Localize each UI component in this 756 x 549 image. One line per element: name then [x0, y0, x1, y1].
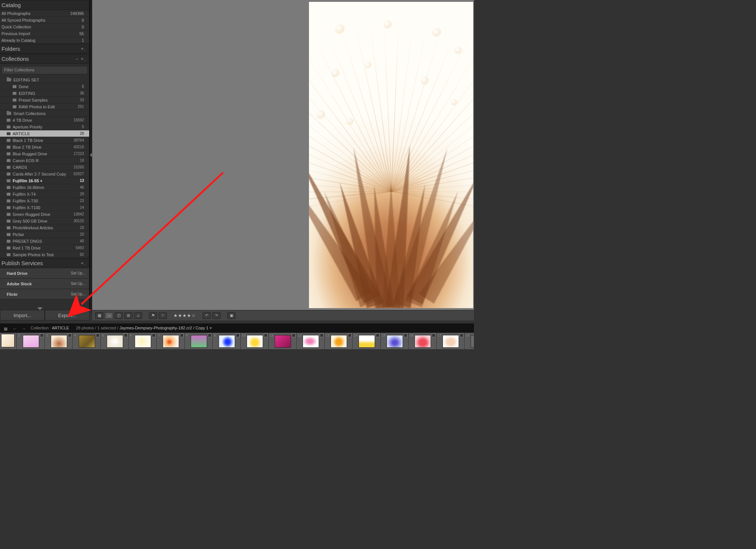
catalog-row[interactable]: All Photographs249395 [0, 10, 89, 17]
publish-header[interactable]: Publish Services +. [0, 258, 89, 268]
catalog-row[interactable]: Quick Collection0 [0, 24, 89, 30]
catalog-row[interactable]: All Synced Photographs0 [0, 17, 89, 24]
collections-header[interactable]: Collections − +. [0, 54, 89, 64]
collection-row[interactable]: EDITING36 [0, 90, 89, 97]
publish-setup-link[interactable]: Set Up... [71, 292, 85, 296]
catalog-header[interactable]: Catalog [0, 0, 89, 10]
collection-row[interactable]: ARTICLE28 [0, 130, 89, 137]
collection-row[interactable]: Fujifilm 16-55 +13 [0, 177, 89, 184]
filmstrip-thumb[interactable]: 2 [17, 333, 45, 349]
filmstrip-thumb[interactable]: 13 [325, 333, 353, 349]
filmstrip-thumb[interactable]: 10 [241, 333, 269, 349]
thumb-badge-icon [460, 334, 463, 337]
filmstrip-thumb[interactable] [0, 333, 17, 349]
collection-row[interactable]: Blue 2 TB Drive43216 [0, 144, 89, 151]
thumb-index: 9 [214, 334, 216, 337]
collection-row[interactable]: Canon EOS R18 [0, 157, 89, 164]
collection-row[interactable]: CARDS15260 [0, 164, 89, 171]
collection-count: 15260 [74, 165, 84, 169]
collection-count: 46 [80, 185, 84, 189]
filmstrip-thumb[interactable]: 4 [73, 333, 101, 349]
publish-service-row[interactable]: FlickrSet Up... [0, 289, 89, 300]
compare-view-button[interactable]: ◫ [115, 312, 123, 319]
collection-row[interactable]: Blue Rugged Drive17223 [0, 151, 89, 157]
filmstrip-thumb[interactable]: 14 [353, 333, 381, 349]
thumb-image [303, 335, 319, 348]
collection-set-row[interactable]: Smart Collections [0, 110, 89, 117]
filmstrip-thumb[interactable]: 17 [437, 333, 465, 349]
second-window-icon[interactable]: ▦ [4, 326, 9, 330]
collection-row[interactable]: Black 1 TB Drive38764 [0, 137, 89, 144]
people-view-button[interactable]: ☺ [134, 312, 142, 319]
publish-setup-link[interactable]: Set Up... [71, 271, 85, 275]
collection-label: Cards After 2-7 Second Copy [13, 172, 74, 176]
catalog-row[interactable]: Previous Import55 [0, 30, 89, 37]
filmstrip-thumb[interactable]: 6 [129, 333, 157, 349]
publish-setup-link[interactable]: Set Up... [71, 282, 85, 286]
collection-row[interactable]: Preset Samples33 [0, 97, 89, 103]
filmstrip-thumb[interactable]: 7 [157, 333, 185, 349]
collection-row[interactable]: Grey 500 GB Drive30125 [0, 218, 89, 224]
filmstrip-thumb[interactable]: 18 [465, 333, 474, 349]
filmstrip-thumb[interactable]: 11 [269, 333, 297, 349]
collection-row[interactable]: Picfair20 [0, 231, 89, 238]
collection-icon [7, 125, 10, 128]
rotate-cw-button[interactable]: ↷ [212, 312, 221, 319]
catalog-row[interactable]: Already In Catalog1 [0, 37, 89, 44]
collection-row[interactable]: Fujifilm 16-80mm46 [0, 184, 89, 191]
flag-reject-button[interactable]: ⚐ [159, 312, 167, 319]
filter-collections-input[interactable]: Filter Collections [1, 66, 88, 74]
nav-fwd-icon[interactable]: → [22, 326, 27, 330]
folders-header[interactable]: Folders +. [0, 44, 89, 54]
grid-view-button[interactable]: ▦ [95, 312, 103, 319]
source-crumb[interactable]: Collection : ARTICLE 28 photos / 1 selec… [31, 326, 470, 331]
catalog-row-count: 0 [82, 25, 84, 29]
collection-label: Done [19, 84, 82, 89]
folders-add-icon[interactable]: +. [81, 46, 86, 52]
collection-row[interactable]: Fujifilm X-T10014 [0, 204, 89, 211]
slideshow-button[interactable]: ▣ [227, 312, 235, 319]
collection-row[interactable]: RAW Photos to Edit291 [0, 103, 89, 110]
collection-row[interactable]: Aperture Priority5 [0, 124, 89, 130]
filmstrip-thumb[interactable]: 9 [213, 333, 241, 349]
flag-pick-button[interactable]: ⚑ [149, 312, 157, 319]
filmstrip-thumb[interactable]: 3 [45, 333, 73, 349]
filmstrip-thumb[interactable]: 16 [409, 333, 437, 349]
collection-label: RAW Photos to Edit [19, 105, 78, 109]
filmstrip-thumb[interactable]: 8 [185, 333, 213, 349]
loupe-canvas[interactable] [92, 0, 474, 310]
collection-row[interactable]: Fujifilm X-T3023 [0, 198, 89, 204]
rotate-ccw-button[interactable]: ↶ [203, 312, 211, 319]
filmstrip[interactable]: 23456789101112131415161718 [0, 333, 474, 349]
filmstrip-thumb[interactable]: 12 [297, 333, 325, 349]
collection-row[interactable]: PRESET DNGS40 [0, 238, 89, 245]
panel-collapse-handle[interactable] [37, 307, 43, 310]
collection-icon [7, 132, 10, 135]
export-button[interactable]: Export... [45, 310, 90, 320]
nav-back-icon[interactable]: ← [13, 326, 18, 330]
collection-row[interactable]: PhotoWorkout Articles18 [0, 224, 89, 231]
collection-row[interactable]: Done6 [0, 83, 89, 90]
collection-row[interactable]: Cards After 2-7 Second Copy62027 [0, 171, 89, 177]
panel-resize-grip[interactable] [90, 0, 92, 310]
thumb-image [415, 335, 431, 348]
publish-service-row[interactable]: Hard DriveSet Up... [0, 268, 89, 279]
filmstrip-thumb[interactable]: 15 [381, 333, 409, 349]
collection-row[interactable]: 4 TB Drive15592 [0, 117, 89, 124]
import-button[interactable]: Import... [0, 310, 45, 320]
collection-icon [7, 213, 10, 216]
star-rating[interactable]: ★★★★☆ [174, 313, 196, 318]
collection-set-row[interactable]: EDITING SET [0, 77, 89, 83]
collection-row[interactable]: Green Rugged Drive13842 [0, 211, 89, 218]
collection-row[interactable]: Red 1 TB Drive5492 [0, 245, 89, 251]
filmstrip-thumb[interactable]: 5 [101, 333, 129, 349]
publish-add-icon[interactable]: +. [81, 261, 86, 266]
collections-buttons[interactable]: − +. [75, 56, 86, 62]
collection-row[interactable]: Fujifilm X-T428 [0, 191, 89, 198]
thumb-image [443, 335, 459, 348]
collection-row[interactable]: Sample Photos to Test82 [0, 251, 89, 258]
thumb-badge-icon [180, 334, 184, 337]
publish-service-row[interactable]: Adobe StockSet Up... [0, 279, 89, 289]
loupe-view-button[interactable]: ▭ [105, 312, 113, 319]
survey-view-button[interactable]: ⊞ [124, 312, 132, 319]
